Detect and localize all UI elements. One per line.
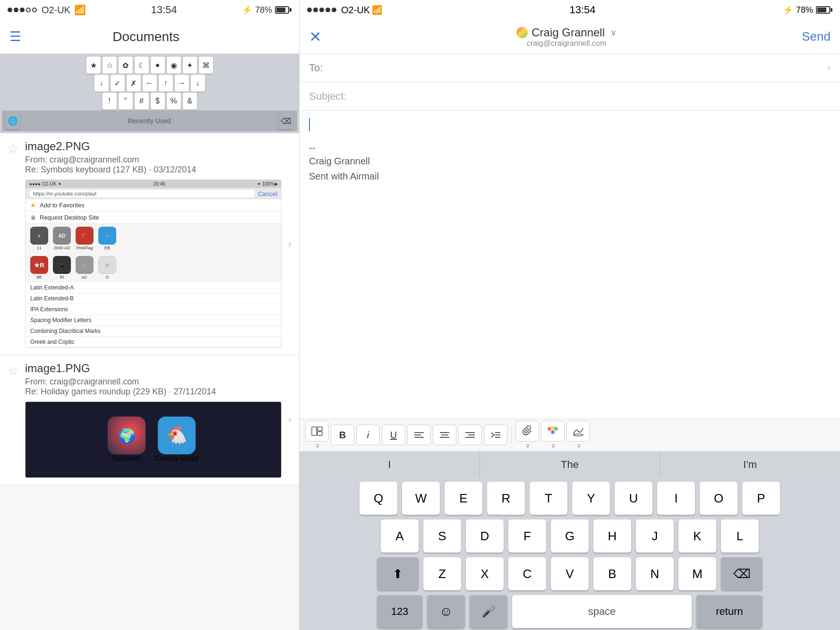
preview-list-5[interactable]: Greek and Coptic (26, 337, 281, 348)
autocomplete-Im[interactable]: I'm (660, 451, 840, 477)
kb-asterisk[interactable]: ✿ (119, 57, 133, 74)
microphone-key[interactable]: 🎤 (470, 595, 507, 628)
layout-button[interactable] (305, 421, 329, 442)
preview-add-favorites[interactable]: ★ Add to Favorites (26, 199, 281, 212)
key-F[interactable]: F (508, 519, 546, 553)
hamburger-icon[interactable]: ☰ (9, 30, 21, 43)
key-S[interactable]: S (423, 519, 461, 553)
kb-arrow-right[interactable]: → (175, 75, 189, 92)
key-P[interactable]: P (742, 482, 780, 515)
preview-list-3[interactable]: Spacing Modifier Letters (26, 315, 281, 326)
doc-item-image2[interactable]: ☆ image2.PNG From: craig@craigrannell.co… (0, 133, 299, 355)
key-D[interactable]: D (466, 519, 504, 553)
key-C[interactable]: C (508, 557, 546, 590)
to-field[interactable]: To: › (300, 54, 840, 82)
kb-star-outline[interactable]: ☆ (103, 57, 117, 74)
kb-ampersand[interactable]: & (183, 93, 197, 110)
preview-request-desktop[interactable]: 🖥 Request Desktop Site (26, 212, 281, 224)
preview-url[interactable]: https://m.youtube.com/playl (29, 190, 255, 197)
kb-cross[interactable]: ✗ (127, 75, 141, 92)
key-N[interactable]: N (636, 557, 674, 590)
kb-delete-key[interactable]: ⌫ (279, 112, 293, 129)
kb-arrow-down1[interactable]: ↓ (94, 75, 109, 92)
app-icon-img-3[interactable]: ○ (98, 227, 116, 245)
app-icon-img-r2-1[interactable]: 📱 (53, 256, 71, 274)
kb-sparkle[interactable]: ✦ (183, 57, 197, 74)
key-J[interactable]: J (636, 519, 674, 553)
key-Q[interactable]: Q (360, 482, 397, 515)
app-icon-img-1[interactable]: AD (53, 227, 71, 245)
app-icon-img-2[interactable]: 🚩 (76, 227, 94, 245)
app-icon-img-r2-3[interactable]: □ (98, 256, 116, 274)
underline-button[interactable]: U (382, 425, 405, 445)
key-Z[interactable]: Z (423, 557, 461, 590)
align-center-button[interactable] (433, 425, 456, 445)
italic-button[interactable]: i (356, 425, 380, 445)
kb-dollar[interactable]: $ (151, 93, 165, 110)
kb-arrow-up[interactable]: ↑ (159, 75, 173, 92)
key-V[interactable]: V (551, 557, 589, 590)
kb-quote[interactable]: " (119, 93, 133, 110)
key-R[interactable]: R (487, 482, 525, 515)
key-K[interactable]: K (678, 519, 716, 553)
backspace-key[interactable]: ⌫ (721, 557, 763, 590)
key-Y[interactable]: Y (572, 482, 610, 515)
send-button[interactable]: Send (802, 29, 831, 44)
numbers-key[interactable]: 123 (377, 595, 422, 628)
kb-percent[interactable]: % (167, 93, 181, 110)
globe-icon[interactable]: 🌐 (6, 112, 20, 129)
key-X[interactable]: X (466, 557, 504, 590)
bold-button[interactable]: B (331, 425, 354, 445)
kb-crescent[interactable]: ☾ (135, 57, 149, 74)
align-right-button[interactable] (458, 425, 482, 445)
star-icon-image1[interactable]: ☆ (8, 364, 18, 378)
key-B[interactable]: B (593, 557, 631, 590)
doc-item-image1[interactable]: ☆ image1.PNG From: craig@craigrannell.co… (0, 355, 299, 485)
app-icon-img-r2-0[interactable]: ★R (30, 256, 48, 274)
kb-star[interactable]: ★ (86, 57, 101, 74)
signature-button[interactable] (566, 421, 590, 442)
key-G[interactable]: G (551, 519, 589, 553)
star-icon-image2[interactable]: ☆ (8, 142, 18, 156)
key-O[interactable]: O (700, 482, 737, 515)
key-U[interactable]: U (615, 482, 652, 515)
kb-arrow-left[interactable]: ← (143, 75, 157, 92)
app-icon-img-0[interactable]: ≡ (30, 227, 48, 245)
shift-key[interactable]: ⬆ (377, 557, 419, 590)
subject-placeholder[interactable]: Subject: (309, 90, 347, 102)
autocomplete-The[interactable]: The (480, 451, 660, 477)
preview-list-2[interactable]: IPA Extensions (26, 304, 281, 315)
preview-cancel-btn[interactable]: Cancel (258, 190, 277, 197)
preview-list-4[interactable]: Combining Diacritical Marks (26, 326, 281, 337)
app-icon-img-r2-2[interactable]: ○ (76, 256, 94, 274)
preview-list-0[interactable]: Latin Extended-A (26, 282, 281, 293)
emoji-key[interactable]: ☺ (427, 595, 465, 628)
kb-exclaim[interactable]: ! (103, 93, 117, 110)
crossy-road-game-icon[interactable]: 🐔 (158, 417, 196, 454)
indent-button[interactable] (484, 425, 507, 445)
align-left-button[interactable] (407, 425, 431, 445)
key-M[interactable]: M (678, 557, 716, 590)
kb-circle-filled[interactable]: ● (151, 57, 165, 74)
sender-chevron-down[interactable]: ∨ (610, 27, 617, 38)
kb-circle-dot[interactable]: ◉ (167, 57, 181, 74)
kb-hash[interactable]: # (135, 93, 149, 110)
kb-cmd[interactable]: ⌘ (199, 57, 213, 74)
preview-list-1[interactable]: Latin Extended-B (26, 293, 281, 304)
key-I[interactable]: I (657, 482, 695, 515)
email-body[interactable]: -- Craig Grannell Sent with Airmail (300, 111, 840, 418)
key-L[interactable]: L (721, 519, 759, 553)
autocomplete-I[interactable]: I (300, 451, 480, 477)
subject-field[interactable]: Subject: (300, 82, 840, 111)
kb-check[interactable]: ✓ (111, 75, 125, 92)
key-E[interactable]: E (445, 482, 482, 515)
key-T[interactable]: T (530, 482, 567, 515)
key-W[interactable]: W (402, 482, 440, 515)
photos-button[interactable] (541, 421, 565, 442)
sunburn-game-icon[interactable]: 🌍 (108, 417, 146, 454)
return-key[interactable]: return (696, 595, 763, 628)
kb-arrow-down2[interactable]: ↓ (191, 75, 205, 92)
key-A[interactable]: A (381, 519, 419, 553)
space-key[interactable]: space (512, 595, 692, 628)
key-H[interactable]: H (593, 519, 631, 553)
